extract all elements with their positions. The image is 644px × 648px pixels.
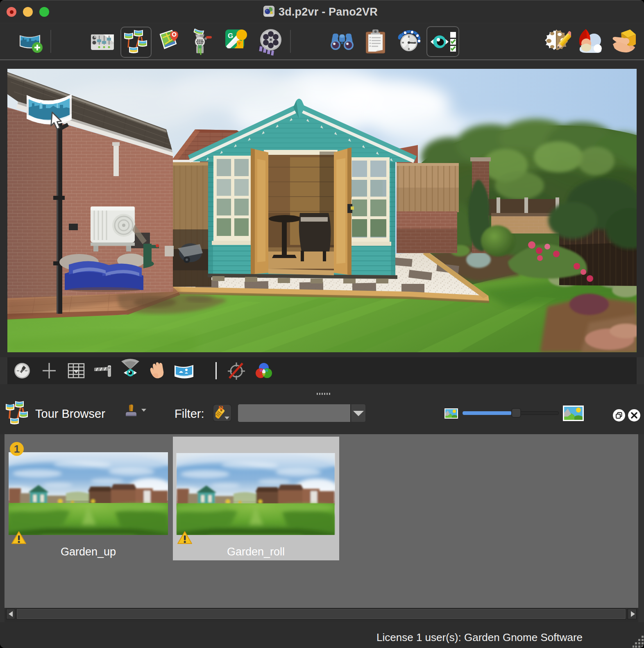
svg-text:G: G — [228, 32, 233, 40]
